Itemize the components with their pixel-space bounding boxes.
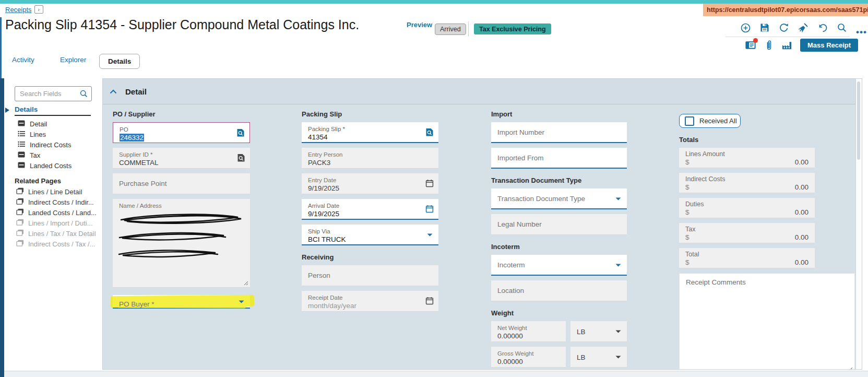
calendar-icon [425, 297, 434, 305]
duties-field: Duties$0.00 [679, 198, 815, 218]
tab-activity[interactable]: Activity [12, 56, 34, 64]
related-page-item[interactable]: Indirect Costs / Indir... [16, 197, 97, 207]
field-label: Name / Address [119, 202, 234, 209]
legal-number-field[interactable]: Legal Number [491, 214, 627, 235]
weight-row: Net Weight0.00000LB [491, 321, 627, 342]
sidebar-root-details[interactable]: Details [15, 105, 38, 113]
receipt-comments-field[interactable]: Receipt Comments [679, 273, 855, 369]
packing-slip-field[interactable]: Packing Slip *41354 [302, 122, 438, 143]
related-page-item[interactable]: Lines / Import / Duti... [16, 218, 97, 228]
received-all-toggle[interactable]: Received All [679, 114, 741, 128]
group-label: PO / Supplier [113, 110, 250, 118]
related-page-item[interactable]: Indirect Costs / Tax /... [16, 239, 97, 249]
ship-via-field[interactable]: Ship ViaBCI TRUCK [302, 225, 438, 245]
related-page-item[interactable]: Landed Costs / Land... [16, 207, 97, 218]
field-value: 0.00000 [497, 357, 550, 366]
indirect-costs-field: Indirect Costs$0.00 [679, 173, 815, 193]
breadcrumb-chevron-icon[interactable]: › [34, 5, 43, 14]
net-weight-field[interactable]: Net Weight0.00000 [491, 321, 566, 342]
group-label: Transaction Document Type [491, 176, 627, 184]
factory-icon[interactable] [782, 40, 792, 51]
receiving-person-field[interactable]: Person [302, 265, 438, 286]
field-label: Location [497, 287, 611, 295]
money-label: Indirect Costs [685, 175, 808, 183]
lines-amount-field: Lines Amount$0.00 [679, 148, 815, 168]
receipt-date-field[interactable]: Receipt Datemonth/day/year [302, 291, 438, 312]
field-label: Transaction Document Type [497, 195, 611, 203]
resize-handle-icon [244, 281, 248, 286]
currency-symbol: $ [685, 183, 689, 192]
vertical-scrollbar[interactable] [855, 79, 862, 369]
related-page-item[interactable]: Lines / Line Detail [16, 186, 97, 197]
save-icon[interactable] [759, 22, 770, 33]
calendar-icon[interactable] [425, 205, 434, 213]
group-label: Incoterm [491, 243, 627, 251]
related-page-item[interactable]: Lines / Tax / Tax Detail [16, 228, 97, 239]
detail-panel: Detail PO / SupplierPO246332Supplier ID … [102, 78, 862, 370]
search-fields-input[interactable] [15, 90, 80, 98]
group-label: Weight [491, 309, 627, 317]
incoterm-field[interactable]: Incoterm [491, 255, 627, 276]
dropdown-caret-icon [427, 233, 433, 237]
lookup-icon[interactable] [236, 128, 245, 137]
field-value: PACK3 [308, 158, 423, 167]
pages-icon [16, 198, 24, 206]
scrollbar-thumb[interactable] [857, 81, 860, 160]
money-value: 0.00 [795, 183, 808, 192]
tab-details[interactable]: Details [99, 54, 140, 69]
transaction-document-type-field[interactable]: Transaction Document Type [491, 188, 627, 209]
left-nav-rail [0, 78, 4, 377]
entry-person-field[interactable]: Entry PersonPACK3 [302, 148, 438, 169]
supplier-id-field[interactable]: Supplier ID *COMMETAL [113, 148, 250, 169]
pages-icon [16, 240, 24, 248]
gross-weight-uom-dropdown[interactable]: LB [570, 347, 627, 368]
refresh-icon[interactable] [779, 22, 789, 33]
paperclip-icon[interactable] [764, 40, 774, 51]
sidebar-item-landed-costs[interactable]: Landed Costs [18, 160, 72, 171]
location-field[interactable]: Location [491, 280, 627, 301]
card-icon [18, 151, 25, 159]
toolbar-secondary: Mass Receipt [745, 39, 858, 52]
sidebar-item-lines[interactable]: Lines [18, 129, 72, 139]
group-label: Receiving [302, 253, 438, 261]
app-window: https://centralusdtpilot07.epicorsaas.co… [0, 0, 868, 377]
lookup-icon[interactable] [425, 128, 434, 137]
search-fields-icon[interactable] [80, 90, 88, 98]
sidebar-item-indirect-costs[interactable]: Indirect Costs [18, 139, 72, 150]
mass-receipt-button[interactable]: Mass Receipt [800, 39, 858, 52]
new-plus-circle-icon[interactable] [740, 22, 751, 33]
breadcrumb-receipts-link[interactable]: Receipts [5, 6, 32, 14]
clear-broom-icon[interactable] [798, 22, 808, 33]
toolbar-overflow-icon[interactable]: ••• [856, 27, 867, 38]
dropdown-caret-icon [239, 300, 244, 303]
tax-field: Tax$0.00 [679, 223, 815, 243]
currency-symbol: $ [685, 258, 689, 267]
sidebar-item-tax[interactable]: Tax [18, 150, 72, 160]
money-value: 0.00 [795, 233, 808, 242]
field-label: Receipt Date [308, 294, 423, 301]
checkbox-icon[interactable] [685, 116, 694, 126]
entry-date-field[interactable]: Entry Date9/19/2025 [302, 173, 438, 194]
name-address-field[interactable]: Name / Address [113, 199, 250, 288]
tab-explorer[interactable]: Explorer [60, 56, 86, 64]
column-packing-slip: Packing SlipPacking Slip *41354Entry Per… [302, 104, 438, 316]
sidebar-item-detail[interactable]: Detail [18, 119, 72, 129]
search-icon[interactable] [837, 22, 847, 33]
collapse-chevron-icon[interactable] [110, 89, 117, 94]
card-icon [18, 162, 25, 170]
imported-from-field[interactable]: Imported From [491, 148, 627, 169]
po-field[interactable]: PO246332 [113, 122, 250, 143]
arrival-date-field[interactable]: Arrival Date9/19/2025 [302, 199, 438, 220]
total-field: Total$0.00 [679, 248, 815, 268]
field-label: Gross Weight [497, 350, 550, 357]
next-section-strip [4, 371, 868, 377]
net-weight-uom-dropdown[interactable]: LB [570, 321, 627, 342]
gross-weight-field[interactable]: Gross Weight0.00000 [491, 347, 566, 368]
resize-handle-icon [848, 367, 853, 369]
import-number-field[interactable]: Import Number [491, 122, 627, 143]
comments-placeholder: Receipt Comments [686, 279, 848, 286]
memo-card-icon[interactable] [745, 40, 756, 51]
purchase-point-field[interactable]: Purchase Point [113, 173, 250, 194]
undo-icon[interactable] [817, 22, 828, 33]
po-buyer-field[interactable]: PO Buyer * [113, 295, 250, 309]
